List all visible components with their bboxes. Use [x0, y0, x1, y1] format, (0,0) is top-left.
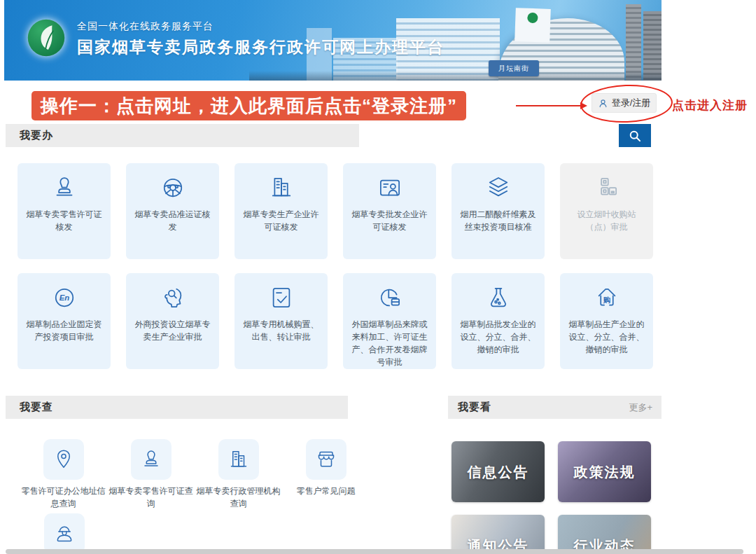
en-circle-icon: En	[18, 282, 111, 314]
service-card-fixed-asset[interactable]: En 烟草制品企业固定资产投资项目审批	[18, 273, 111, 369]
pie-chart-icon	[343, 282, 436, 314]
look-tile-notice[interactable]: 通知公告	[451, 515, 545, 554]
look-tile-policy[interactable]: 政策法规	[558, 441, 651, 502]
search-button[interactable]	[619, 124, 651, 147]
site-logo-icon	[25, 17, 67, 59]
section-title-apply: 我要办	[6, 129, 53, 142]
service-card-foreign-invest[interactable]: 外商投资设立烟草专卖生产企业审批	[126, 273, 219, 369]
page-title: 国家烟草专卖局政务服务行政许可网上办理平台	[77, 36, 444, 58]
service-card-wholesale-license[interactable]: 烟草专卖批发企业许可证核发	[343, 163, 436, 259]
query-card-admin-org[interactable]: 烟草专卖行政管理机构查询	[195, 439, 282, 510]
query-card-retailer-faq[interactable]: 零售户常见问题	[282, 439, 370, 510]
annotation-hint: 点击进入注册	[672, 97, 748, 113]
service-card-retail-license[interactable]: 烟草专卖零售许可证核发	[18, 163, 111, 259]
service-card-production-setup[interactable]: 购 烟草制品生产企业的设立、分立、合并、撤销的审批	[560, 273, 653, 369]
section-title-look: 我要看	[448, 401, 491, 414]
svg-text:购: 购	[602, 296, 610, 304]
street-sign: 月坛南街	[489, 60, 539, 76]
query-card-partial[interactable]	[44, 513, 85, 554]
service-card-leaf-station[interactable]: 设立烟叶收购站（点）审批	[560, 163, 653, 259]
service-card-transport-permit[interactable]: 烟草专卖品准运证核发	[126, 163, 219, 259]
service-card-acetate-project[interactable]: 烟用二醋酸纤维素及丝束投资项目核准	[451, 163, 545, 259]
service-card-wholesale-setup[interactable]: 烟草制品批发企业的设立、分立、合并、撤销的审批	[451, 273, 545, 369]
horizontal-scrollbar[interactable]	[6, 549, 743, 554]
person-helmet-icon	[44, 513, 85, 554]
user-icon	[598, 98, 608, 109]
section-bar-query: 我要查	[6, 396, 348, 419]
page: 月坛南街 全国一体化在线政务服务平台 国家烟草专卖局政务服务行政许可网上办理平台…	[0, 0, 756, 554]
query-card-retail-license[interactable]: 烟草专卖零售许可证查询	[107, 439, 195, 510]
platform-subtitle: 全国一体化在线政务服务平台	[77, 20, 444, 33]
search-input[interactable]	[359, 124, 619, 147]
storefront-icon	[306, 439, 346, 480]
look-tile-industry-news[interactable]: 行业动态	[558, 515, 651, 554]
service-card-foreign-brand[interactable]: 外国烟草制品来牌或来料加工、许可证生产、合作开发卷烟牌号审批	[343, 273, 436, 369]
query-card-address[interactable]: 零售许可证办公地址信息查询	[20, 439, 107, 510]
svg-text:En: En	[59, 293, 69, 302]
look-tile-info-notice[interactable]: 信息公告	[451, 441, 545, 502]
service-card-production-license[interactable]: 烟草专卖生产企业许可证核发	[234, 163, 328, 259]
building-sign	[514, 8, 551, 43]
annotation-step-banner: 操作一：点击网址，进入此界面后点击“登录注册”	[31, 91, 466, 120]
service-card-machinery[interactable]: 烟草专用机械购置、出售、转让审批	[234, 273, 328, 369]
location-pin-icon	[43, 439, 84, 480]
building-icon	[218, 439, 259, 480]
site-banner: 月坛南街 全国一体化在线政务服务平台 国家烟草专卖局政务服务行政许可网上办理平台	[4, 0, 662, 81]
stamp-icon	[131, 439, 172, 480]
doc-check-icon	[234, 282, 328, 314]
section-title-query: 我要查	[6, 401, 53, 414]
layers-icon	[451, 172, 545, 204]
more-link[interactable]: 更多+	[629, 396, 652, 419]
flask-icon	[451, 282, 545, 314]
section-bar-look: 我要看 更多+	[448, 396, 662, 419]
steering-wheel-icon	[126, 172, 219, 204]
shop-house-icon: 购	[560, 282, 653, 314]
stamp-icon	[18, 172, 111, 204]
search-icon	[628, 129, 642, 143]
blocks-icon	[560, 172, 653, 204]
building-icon	[234, 172, 328, 204]
annotation-arrow-icon	[516, 105, 581, 106]
consult-icon	[126, 282, 219, 314]
id-card-icon	[343, 172, 436, 204]
login-register-button[interactable]: 登录/注册	[592, 93, 657, 113]
login-register-label: 登录/注册	[612, 97, 651, 109]
